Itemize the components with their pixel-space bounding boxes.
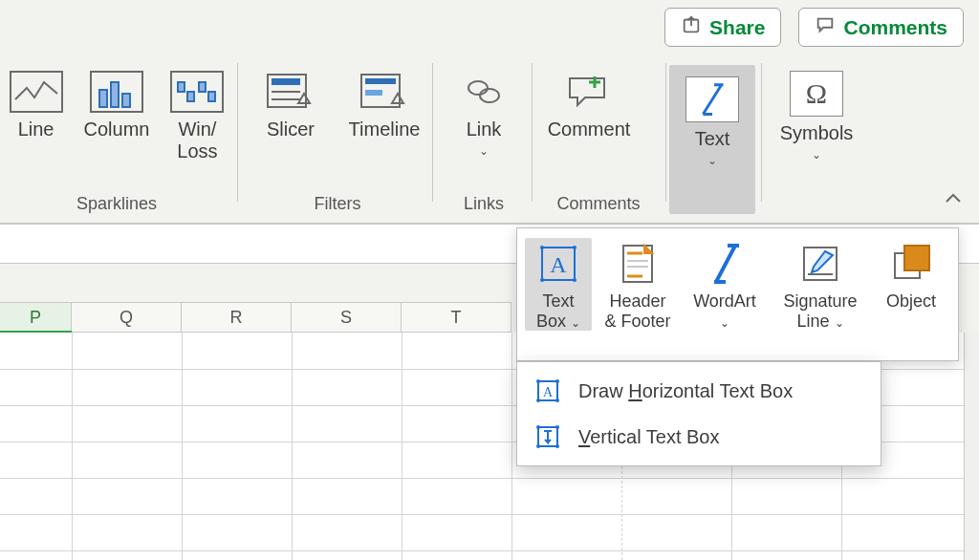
svg-point-45 — [555, 425, 559, 429]
comments-icon — [815, 14, 836, 40]
share-icon — [681, 14, 702, 40]
header-footer-button[interactable]: Header& Footer — [598, 238, 678, 331]
comments-group-caption: Comments — [541, 194, 656, 214]
chevron-down-icon: ⌄ — [812, 148, 821, 162]
svg-point-25 — [573, 246, 577, 249]
object-button[interactable]: Object — [875, 238, 947, 312]
column-header-row: P Q R S T — [0, 302, 511, 333]
svg-point-27 — [573, 278, 577, 282]
svg-point-44 — [536, 425, 540, 429]
svg-text:A: A — [543, 385, 554, 399]
column-header[interactable]: R — [182, 303, 292, 332]
svg-point-39 — [536, 379, 540, 383]
text-gallery-popup: A TextBox ⌄ Header& Footer WordArt⌄ Sign… — [516, 227, 959, 361]
links-group-caption: Links — [442, 194, 526, 214]
filters-group-caption: Filters — [249, 194, 426, 214]
ribbon: Line Column Win/Loss Sparklines Slicer T… — [0, 46, 979, 224]
comments-label: Comments — [843, 16, 947, 39]
svg-rect-4 — [111, 82, 119, 107]
svg-rect-3 — [99, 90, 107, 107]
timeline-button[interactable]: Timeline — [342, 65, 426, 140]
svg-point-46 — [536, 444, 540, 448]
svg-point-19 — [480, 89, 499, 102]
comments-button[interactable]: Comments — [798, 8, 964, 47]
svg-rect-8 — [187, 92, 194, 101]
svg-rect-36 — [904, 246, 929, 270]
sparkline-column-button[interactable]: Column — [77, 65, 156, 162]
vertical-scrollbar[interactable] — [964, 333, 979, 560]
symbols-dropdown-button[interactable]: Ω Symbols ⌄ — [769, 65, 864, 162]
chevron-down-icon: ⌄ — [479, 144, 489, 158]
draw-horizontal-text-box-item[interactable]: A Draw Horizontal Text Box — [517, 368, 881, 414]
text-box-menu: A Draw Horizontal Text Box Vertical Text… — [516, 361, 881, 466]
text-dropdown-button[interactable]: Text ⌄ — [669, 65, 755, 214]
svg-rect-17 — [365, 90, 382, 96]
sparkline-line-button[interactable]: Line — [4, 65, 68, 162]
chevron-down-icon: ⌄ — [707, 154, 717, 167]
signature-line-dropdown-button[interactable]: SignatureLine ⌄ — [772, 238, 869, 331]
column-header[interactable]: Q — [72, 303, 182, 332]
column-header[interactable]: T — [402, 303, 511, 332]
sparkline-winloss-button[interactable]: Win/Loss — [165, 65, 229, 162]
svg-rect-12 — [272, 78, 300, 85]
svg-rect-5 — [122, 94, 130, 107]
svg-rect-16 — [365, 78, 396, 84]
svg-point-41 — [536, 398, 540, 402]
svg-rect-10 — [208, 92, 215, 101]
svg-point-24 — [540, 246, 544, 249]
link-button[interactable]: Link ⌄ — [442, 65, 526, 158]
svg-point-18 — [468, 81, 488, 95]
svg-point-26 — [540, 278, 544, 282]
column-header[interactable]: S — [292, 303, 402, 332]
share-label: Share — [709, 16, 765, 39]
svg-rect-9 — [199, 82, 206, 92]
text-box-dropdown-button[interactable]: A TextBox ⌄ — [525, 238, 592, 331]
collapse-ribbon-button[interactable] — [945, 192, 962, 209]
share-button[interactable]: Share — [664, 8, 781, 47]
wordart-dropdown-button[interactable]: WordArt⌄ — [684, 238, 766, 331]
slicer-button[interactable]: Slicer — [249, 65, 333, 140]
svg-point-47 — [555, 444, 559, 448]
svg-point-42 — [555, 398, 559, 402]
svg-rect-7 — [178, 82, 185, 92]
comment-button[interactable]: Comment — [541, 65, 637, 140]
svg-text:A: A — [550, 252, 567, 277]
sparklines-group-caption: Sparklines — [4, 194, 229, 214]
svg-point-40 — [555, 379, 559, 383]
vertical-text-box-item[interactable]: Vertical Text Box — [517, 414, 881, 460]
horizontal-text-box-icon: A — [534, 377, 561, 404]
vertical-text-box-icon — [534, 423, 561, 450]
column-header[interactable]: P — [0, 303, 72, 332]
